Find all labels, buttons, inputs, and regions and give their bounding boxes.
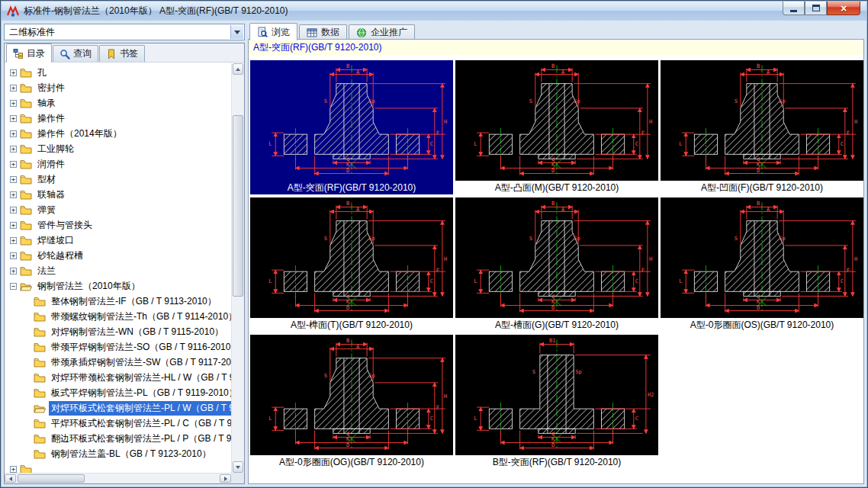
tree-item[interactable]: +孔 [5,65,231,80]
flange-drawing[interactable] [455,335,658,455]
flange-drawing[interactable] [661,197,863,318]
sidebar: 二维标准件 目录查询书签 +孔+密封件+轴承+操作件+操作件（2014年版）+工… [4,22,245,484]
tree-item[interactable]: +型材 [5,172,231,187]
catalog-icon [13,48,24,59]
tree-item[interactable]: +弹簧 [5,202,231,217]
tab-label: 查询 [73,47,92,60]
tree-item-label: 弹簧 [35,203,58,217]
tree-item[interactable]: 整体钢制管法兰-IF（GB / T 9113-2010） [5,294,231,309]
tree-item[interactable]: +操作件（2014年版） [5,126,231,141]
tree-horizontal-scrollbar[interactable] [5,473,231,483]
tab-query[interactable]: 查询 [53,45,98,62]
tree-item[interactable]: +法兰 [5,263,231,278]
expand-icon[interactable]: + [10,237,17,244]
expand-icon[interactable]: + [10,176,17,183]
tab-bookmark[interactable]: 书签 [99,45,145,62]
folder-open-icon [34,403,46,413]
folder-icon [20,266,32,276]
minimize-button[interactable] [783,2,805,15]
flange-drawing[interactable] [455,197,658,318]
flange-drawing[interactable] [250,197,453,318]
app-window: 标准件-钢制管法兰（2010年版） A型-突面(RF)(GB/T 9120-20… [0,0,868,488]
tree-item[interactable]: 板式平焊钢制管法兰-PL（GB / T 9119-2010） [5,385,231,400]
tree-item[interactable]: + [5,461,231,473]
tree-item[interactable]: +操作件 [5,111,231,126]
thumbnail-cell[interactable]: A型-凸面(M)(GB/T 9120-2010) [455,60,658,194]
tree-item[interactable]: 带颈平焊钢制管法兰-SO（GB / T 9116-2010） [5,339,231,355]
tree-item[interactable]: 翻边环板式松套钢制管法兰-PL / P（GB / T 9122-2010） [5,431,231,446]
tab-catalog[interactable]: 目录 [6,43,52,63]
tree-item[interactable]: +砂轮越程槽 [5,248,231,263]
tree-item[interactable]: 带颈承插焊钢制管法兰-SW（GB / T 9117-2010） [5,355,231,370]
flange-drawing[interactable] [250,60,453,181]
browse-icon [257,27,268,37]
scroll-left-button[interactable] [5,474,16,483]
scroll-right-button[interactable] [220,474,231,483]
flange-drawing[interactable] [250,335,453,455]
thumbnail-cell[interactable]: B型-突面(RF)(GB/T 9120-2010) [455,335,658,469]
expand-icon[interactable]: + [10,191,17,198]
flange-drawing[interactable] [661,60,863,181]
expand-icon[interactable]: + [10,466,17,473]
folder-icon [20,129,32,139]
expand-icon[interactable]: + [10,115,17,122]
tree-item-label: 孔 [35,66,49,80]
thumbnail-cell[interactable]: A型-0形圈面(OS)(GB/T 9120-2010) [661,197,863,332]
thumbnail-caption: A型-0形圈面(OS)(GB/T 9120-2010) [661,318,863,332]
maximize-button[interactable] [805,2,827,15]
tree-item[interactable]: 钢制管法兰盖-BL（GB / T 9123-2010） [5,446,231,461]
expand-icon[interactable]: + [10,268,17,274]
folder-icon [34,373,46,383]
scroll-up-button[interactable] [233,63,243,75]
tree-item[interactable]: 对焊环板式松套钢制管法兰-PL / W（GB / T 9120-2010） [5,400,231,416]
tree-item[interactable]: 对焊环带颈松套钢制管法兰-HL / W（GB / T 9118-2010） [5,370,231,385]
thumbnail-cell[interactable]: A型-0形圈面(OG)(GB/T 9120-2010) [250,335,453,469]
expand-icon[interactable]: + [10,146,17,152]
thumbnail-caption: B型-突面(RF)(GB/T 9120-2010) [455,455,658,469]
expand-icon[interactable]: + [10,69,17,76]
tab-promo[interactable]: 企业推广 [349,24,415,40]
tree-item[interactable]: +焊缝坡口 [5,233,231,248]
expand-icon[interactable]: + [10,161,17,168]
thumbnail-cell[interactable]: A型-榫面(T)(GB/T 9120-2010) [250,197,453,332]
collapse-icon[interactable]: − [10,283,17,290]
tree-item[interactable]: +密封件 [5,80,231,95]
tree-item[interactable]: +联轴器 [5,187,231,202]
tree-item[interactable]: 对焊钢制管法兰-WN（GB / T 9115-2010） [5,324,231,339]
thumbnail-cell[interactable]: A型-突面(RF)(GB/T 9120-2010) [250,60,453,194]
expand-icon[interactable]: + [10,222,17,229]
expand-icon[interactable]: + [10,207,17,214]
vertical-scroll-thumb[interactable] [233,115,243,297]
tree-item-label: 对焊钢制管法兰-WN（GB / T 9115-2010） [49,325,226,339]
tree-item-label: 整体钢制管法兰-IF（GB / T 9113-2010） [49,294,219,309]
folder-icon [20,236,32,246]
tree-vertical-scrollbar[interactable] [231,63,244,473]
minimize-icon [790,10,797,12]
expand-icon[interactable]: + [10,85,17,92]
close-button[interactable]: × [827,2,860,15]
expand-icon[interactable]: + [10,252,17,259]
folder-icon [34,419,46,429]
tree-item[interactable]: 带颈螺纹钢制管法兰-Th（GB / T 9114-2010） [5,309,231,324]
tab-data[interactable]: 数据 [299,24,347,40]
horizontal-scroll-thumb[interactable] [18,474,85,483]
tree-item[interactable]: +轴承 [5,95,231,111]
thumbnail-cell[interactable]: A型-槽面(G)(GB/T 9120-2010) [455,197,658,332]
tree-item-label: 平焊环板式松套钢制管法兰-PL / C（GB / T 9121-2010） [49,416,231,431]
tree-item[interactable]: −钢制管法兰（2010年版） [5,278,231,294]
chevron-down-icon[interactable] [230,25,243,39]
expand-icon[interactable]: + [10,100,17,107]
tree-item[interactable]: +管件与管接头 [5,217,231,233]
flange-drawing[interactable] [455,60,658,181]
titlebar[interactable]: 标准件-钢制管法兰（2010年版） A型-突面(RF)(GB/T 9120-20… [2,2,866,21]
tab-browse[interactable]: 浏览 [249,23,297,40]
library-select[interactable]: 二维标准件 [4,24,245,40]
tree-item[interactable]: +润滑件 [5,156,231,172]
thumbnail-cell[interactable]: A型-凹面(F)(GB/T 9120-2010) [661,60,863,194]
scroll-down-button[interactable] [233,461,243,473]
tree-item[interactable]: 平焊环板式松套钢制管法兰-PL / C（GB / T 9121-2010） [5,416,231,431]
tree-item-label: 板式平焊钢制管法兰-PL（GB / T 9119-2010） [49,386,231,400]
tree-item[interactable]: +工业脚轮 [5,141,231,156]
tree-item-label: 操作件 [35,111,67,126]
expand-icon[interactable]: + [10,130,17,137]
